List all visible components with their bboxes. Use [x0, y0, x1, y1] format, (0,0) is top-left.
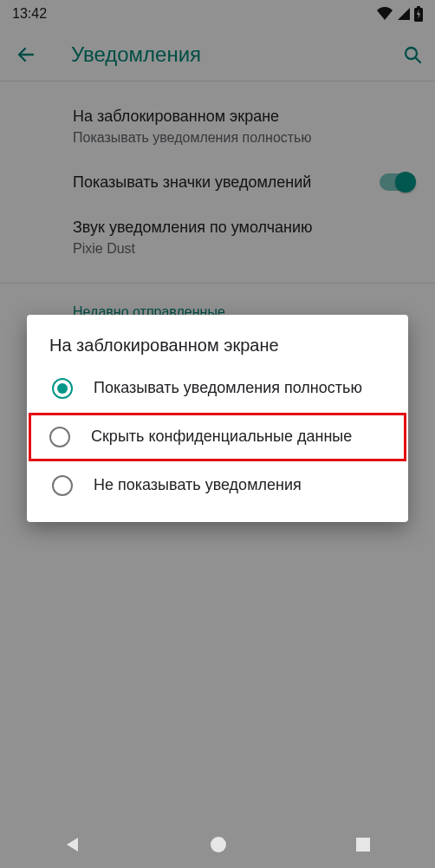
radio-unselected	[52, 475, 73, 496]
nav-back-button[interactable]	[63, 835, 82, 854]
dialog-title: На заблокированном экране	[27, 336, 408, 364]
navigation-bar	[0, 821, 435, 868]
radio-unselected	[49, 427, 70, 447]
setting-subtitle: Показывать уведомления полностью	[73, 128, 414, 147]
option-label: Не показывать уведомления	[94, 475, 383, 495]
triangle-back-icon	[63, 835, 82, 854]
nav-home-button[interactable]	[209, 835, 228, 854]
status-icons	[376, 6, 423, 22]
setting-subtitle: Pixie Dust	[73, 239, 414, 258]
battery-icon	[414, 6, 423, 22]
option-label: Скрыть конфиденциальные данные	[91, 427, 386, 447]
setting-title: На заблокированном экране	[73, 106, 414, 127]
setting-default-sound[interactable]: Звук уведомления по умолчанию Pixie Dust	[0, 205, 435, 271]
lock-screen-dialog: На заблокированном экране Показывать уве…	[27, 315, 408, 522]
arrow-back-icon	[16, 44, 36, 65]
svg-line-3	[416, 57, 421, 62]
nav-recent-button[interactable]	[354, 836, 372, 853]
divider	[0, 283, 435, 284]
dialog-option-hide-sensitive[interactable]: Скрыть конфиденциальные данные	[29, 413, 406, 461]
search-button[interactable]	[388, 44, 423, 65]
option-label: Показывать уведомления полностью	[94, 378, 383, 398]
setting-lock-screen[interactable]: На заблокированном экране Показывать уве…	[0, 94, 435, 160]
radio-selected	[52, 378, 73, 399]
back-button[interactable]	[16, 44, 50, 65]
setting-title: Показывать значки уведомлений	[73, 172, 369, 193]
app-bar: Уведомления	[0, 28, 435, 82]
svg-rect-5	[356, 838, 370, 852]
svg-rect-1	[417, 6, 420, 9]
signal-icon	[397, 7, 411, 21]
status-time: 13:42	[12, 6, 47, 22]
wifi-icon	[376, 7, 393, 21]
svg-point-4	[211, 837, 226, 852]
dialog-option-show-all[interactable]: Показывать уведомления полностью	[27, 364, 408, 413]
setting-badges[interactable]: Показывать значки уведомлений	[0, 160, 435, 205]
search-icon	[402, 44, 423, 65]
toggle-switch-on[interactable]	[380, 173, 414, 191]
circle-home-icon	[209, 835, 228, 854]
setting-title: Звук уведомления по умолчанию	[73, 217, 414, 238]
page-title: Уведомления	[50, 42, 388, 67]
square-recent-icon	[354, 836, 372, 853]
dialog-option-dont-show[interactable]: Не показывать уведомления	[27, 461, 408, 510]
status-bar: 13:42	[0, 0, 435, 28]
